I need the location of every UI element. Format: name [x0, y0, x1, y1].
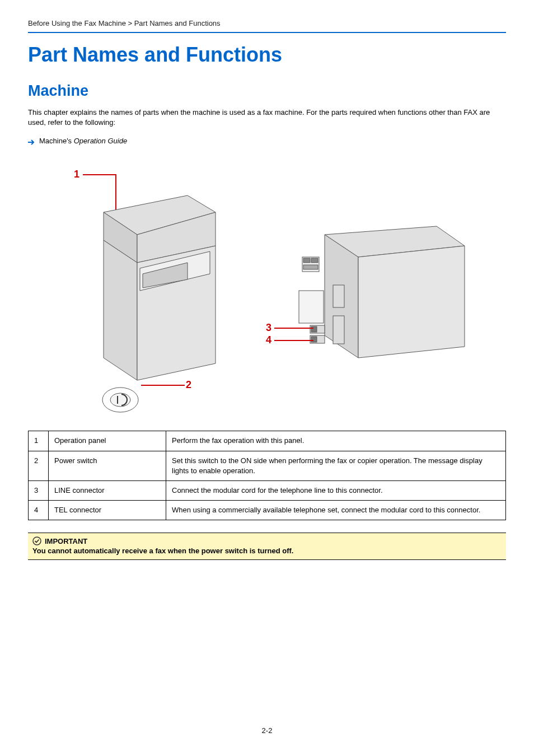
table-row: 1 Operation panel Perform the fax operat…	[29, 431, 506, 451]
callout-3-line	[274, 328, 313, 329]
important-label: IMPORTANT	[45, 537, 87, 545]
part-number: 2	[29, 451, 49, 480]
parts-table: 1 Operation panel Perform the fax operat…	[28, 431, 506, 520]
page-number: 2-2	[0, 726, 534, 735]
callout-2: 2	[186, 379, 191, 391]
callout-4-line	[274, 340, 313, 341]
svg-rect-22	[333, 316, 344, 344]
table-row: 2 Power switch Set this switch to the ON…	[29, 451, 506, 480]
svg-marker-11	[358, 246, 465, 358]
table-row: 4 TEL connector When using a commerciall…	[29, 501, 506, 520]
callout-4: 4	[266, 334, 271, 346]
page-title: Part Names and Functions	[28, 43, 506, 67]
arrow-icon	[28, 138, 35, 144]
svg-rect-14	[311, 258, 318, 263]
svg-marker-3	[104, 240, 137, 380]
ref-guide-name: Operation Guide	[74, 137, 127, 145]
callout-3: 3	[266, 322, 271, 334]
svg-rect-15	[303, 265, 318, 269]
svg-rect-13	[303, 258, 310, 263]
table-row: 3 LINE connector Connect the modular cor…	[29, 480, 506, 500]
part-name: Operation panel	[49, 431, 166, 451]
machine-front-illustration	[87, 190, 232, 414]
part-name: Power switch	[49, 451, 166, 480]
svg-rect-16	[299, 291, 324, 323]
ref-prefix: Machine's	[39, 137, 74, 145]
breadcrumb: Before Using the Fax Machine > Part Name…	[28, 19, 506, 33]
svg-point-23	[33, 537, 41, 545]
part-number: 1	[29, 431, 49, 451]
callout-1: 1	[74, 169, 79, 180]
callout-1-line	[83, 174, 116, 175]
part-description: Perform the fax operation with this pane…	[166, 431, 506, 451]
part-description: When using a commercially available tele…	[166, 501, 506, 520]
section-subtitle: Machine	[28, 82, 506, 100]
important-text: You cannot automatically receive a fax w…	[32, 547, 502, 555]
machine-figure: 1 2	[28, 156, 506, 419]
machine-rear-illustration	[280, 223, 470, 375]
part-description: Set this switch to the ON side when perf…	[166, 451, 506, 480]
part-description: Connect the modular cord for the telepho…	[166, 480, 506, 500]
reference-text: Machine's Operation Guide	[39, 137, 127, 145]
part-number: 4	[29, 501, 49, 520]
reference-line: Machine's Operation Guide	[28, 137, 506, 145]
part-number: 3	[29, 480, 49, 500]
callout-2-line	[141, 385, 185, 386]
important-note: IMPORTANT You cannot automatically recei…	[28, 533, 506, 560]
check-icon	[32, 536, 41, 545]
svg-rect-21	[333, 285, 344, 307]
part-name: LINE connector	[49, 480, 166, 500]
svg-rect-20	[311, 337, 317, 342]
part-name: TEL connector	[49, 501, 166, 520]
intro-text: This chapter explains the names of parts…	[28, 108, 506, 128]
